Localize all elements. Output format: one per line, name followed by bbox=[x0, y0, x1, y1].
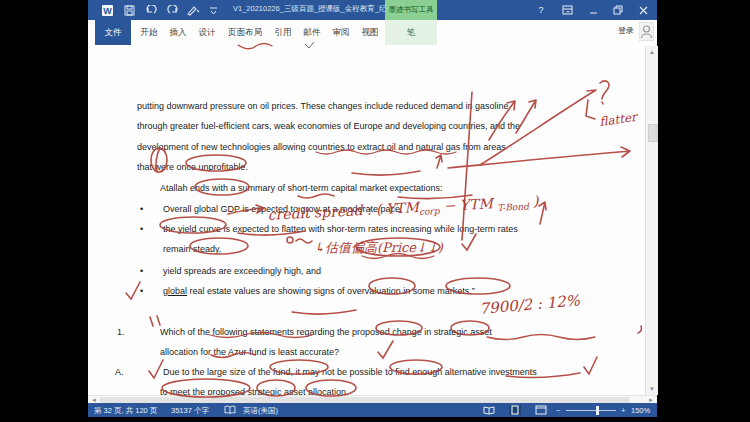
scroll-up-icon[interactable]: ▲ bbox=[647, 47, 657, 57]
window-title: V1_20210226_三级百题_授课版_金程教育_纪... bbox=[233, 4, 393, 14]
word-count[interactable]: 35137 个字 bbox=[171, 406, 209, 416]
doc-line: to meet the proposed strategic asset all… bbox=[160, 387, 349, 395]
pen-touch-icon[interactable] bbox=[186, 3, 200, 17]
doc-line: Overall global GDP is expected to grow a… bbox=[163, 204, 402, 214]
proofing-book-icon[interactable] bbox=[224, 405, 236, 415]
language-indicator[interactable]: 英语(美国) bbox=[243, 406, 278, 416]
tab-page-layout[interactable]: 页面布局 bbox=[222, 20, 268, 45]
scroll-down-icon[interactable]: ▼ bbox=[647, 384, 657, 394]
minimize-button[interactable] bbox=[584, 2, 602, 18]
tab-view[interactable]: 视图 bbox=[356, 20, 384, 45]
doc-line: Atallah ends with a summary of short-ter… bbox=[160, 183, 443, 193]
list-number: 1. bbox=[117, 327, 125, 337]
vertical-scroll-thumb[interactable] bbox=[648, 124, 658, 142]
zoom-in-button[interactable]: + bbox=[621, 406, 625, 415]
help-button[interactable]: ? bbox=[532, 2, 550, 18]
doc-line: allocation for the Azur fund is least ac… bbox=[160, 347, 339, 357]
close-button[interactable] bbox=[634, 2, 652, 18]
doc-line: Due to the large size of the fund, it ma… bbox=[163, 367, 537, 377]
read-mode-icon[interactable] bbox=[483, 405, 495, 415]
zoom-slider-thumb[interactable] bbox=[596, 406, 599, 415]
tab-design[interactable]: 设计 bbox=[193, 20, 221, 45]
doc-line: yield spreads are exceedingly high, and bbox=[163, 266, 321, 276]
redo-icon[interactable] bbox=[166, 3, 180, 17]
account-avatar[interactable] bbox=[639, 22, 654, 45]
document-page[interactable]: putting downward pressure on oil prices.… bbox=[88, 46, 645, 395]
print-layout-icon[interactable] bbox=[509, 405, 521, 415]
svg-text:W: W bbox=[103, 6, 112, 16]
doc-line: that were once unprofitable. bbox=[137, 162, 248, 172]
tab-home[interactable]: 开始 bbox=[135, 20, 163, 45]
title-bar: W V1_20210226_三级百题_授课版_金程教育_纪... 墨迹书写工具 … bbox=[88, 0, 657, 20]
sign-in-link[interactable]: 登录 bbox=[618, 25, 634, 36]
doc-line: the yield curve is expected to flatten w… bbox=[163, 224, 518, 234]
tab-review[interactable]: 审阅 bbox=[327, 20, 355, 45]
tab-references[interactable]: 引用 bbox=[269, 20, 297, 45]
ribbon-tab-strip: 文件 开始 插入 设计 页面布局 引用 邮件 审阅 视图 笔 登录 bbox=[88, 20, 657, 47]
tab-pen[interactable]: 笔 bbox=[385, 20, 437, 45]
bullet-marker: • bbox=[140, 266, 143, 276]
bullet-marker: • bbox=[140, 286, 143, 296]
doc-line: global real estate values are showing si… bbox=[163, 286, 475, 296]
word-window: W V1_20210226_三级百题_授课版_金程教育_纪... 墨迹书写工具 … bbox=[88, 0, 657, 417]
doc-line: development of new technologies allowing… bbox=[137, 142, 506, 152]
page-indicator[interactable]: 第 32 页, 共 120 页 bbox=[94, 406, 157, 416]
doc-line: putting downward pressure on oil prices.… bbox=[137, 101, 509, 111]
doc-line: remain steady, bbox=[163, 244, 221, 254]
undo-icon[interactable] bbox=[144, 3, 158, 17]
zoom-slider[interactable] bbox=[566, 410, 616, 411]
ink-tools-contextual-label[interactable]: 墨迹书写工具 bbox=[385, 0, 437, 20]
quick-access-dropdown-icon[interactable] bbox=[206, 3, 220, 17]
option-letter: A. bbox=[115, 367, 124, 377]
bullet-marker: • bbox=[140, 204, 143, 214]
tab-insert[interactable]: 插入 bbox=[164, 20, 192, 45]
zoom-percentage[interactable]: 150% bbox=[631, 406, 650, 415]
doc-line: through greater fuel-efficient cars, wea… bbox=[137, 121, 520, 131]
doc-line-rest: real estate values are showing signs of … bbox=[187, 286, 475, 296]
doc-line: Which of the following statements regard… bbox=[160, 327, 492, 337]
screen: W V1_20210226_三级百题_授课版_金程教育_纪... 墨迹书写工具 … bbox=[0, 0, 750, 422]
word-app-icon[interactable]: W bbox=[100, 3, 114, 17]
restore-button[interactable] bbox=[609, 2, 627, 18]
bullet-marker: • bbox=[140, 224, 143, 234]
tab-file[interactable]: 文件 bbox=[95, 20, 131, 45]
ribbon-display-options-button[interactable] bbox=[558, 2, 576, 18]
save-icon[interactable] bbox=[122, 3, 136, 17]
zoom-out-button[interactable]: − bbox=[556, 406, 560, 415]
status-bar: 第 32 页, 共 120 页 35137 个字 英语(美国) − + 150% bbox=[88, 403, 657, 417]
underlined-word: global bbox=[163, 286, 187, 296]
tab-mailings[interactable]: 邮件 bbox=[298, 20, 326, 45]
vertical-scrollbar[interactable]: ▲ ▼ bbox=[645, 46, 658, 395]
web-layout-icon[interactable] bbox=[535, 405, 547, 415]
